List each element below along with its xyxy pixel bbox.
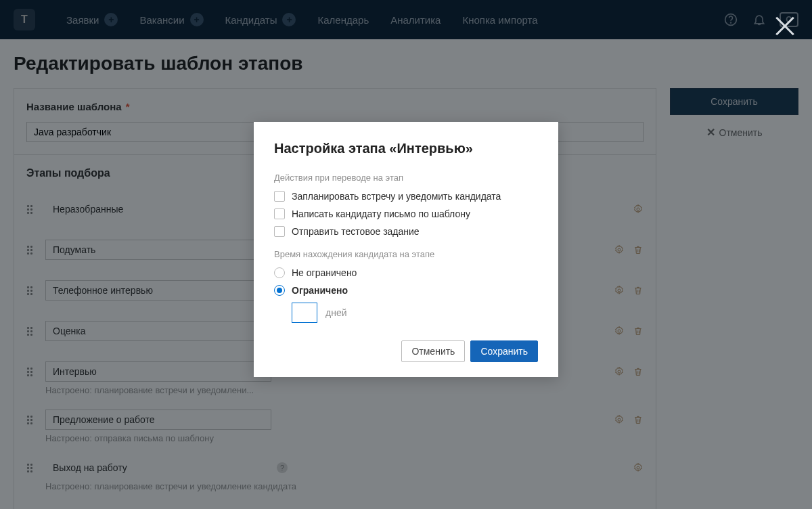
checkbox-email-template[interactable]: Написать кандидату письмо по шаблону — [274, 208, 538, 219]
radio-icon — [274, 285, 285, 296]
actions-section-label: Действия при переводе на этап — [274, 173, 538, 183]
close-icon[interactable] — [773, 14, 797, 38]
stage-settings-modal: Настройка этапа «Интервью» Действия при … — [254, 122, 558, 377]
modal-overlay[interactable]: Настройка этапа «Интервью» Действия при … — [0, 0, 812, 509]
checkbox-icon — [274, 191, 285, 202]
checkbox-test-task[interactable]: Отправить тестовое задание — [274, 226, 538, 237]
radio-unlimited[interactable]: Не ограничено — [274, 267, 538, 278]
days-unit: дней — [325, 307, 347, 318]
checkbox-icon — [274, 226, 285, 237]
modal-cancel-button[interactable]: Отменить — [401, 340, 465, 362]
days-input[interactable] — [292, 303, 317, 323]
time-section-label: Время нахождения кандидата на этапе — [274, 249, 538, 259]
modal-save-button[interactable]: Сохранить — [470, 340, 538, 362]
checkbox-schedule-meeting[interactable]: Запланировать встречу и уведомить кандид… — [274, 191, 538, 202]
checkbox-icon — [274, 208, 285, 219]
radio-icon — [274, 267, 285, 278]
modal-title: Настройка этапа «Интервью» — [274, 141, 538, 156]
limit-row: дней — [292, 303, 538, 323]
radio-limited[interactable]: Ограничено — [274, 285, 538, 296]
